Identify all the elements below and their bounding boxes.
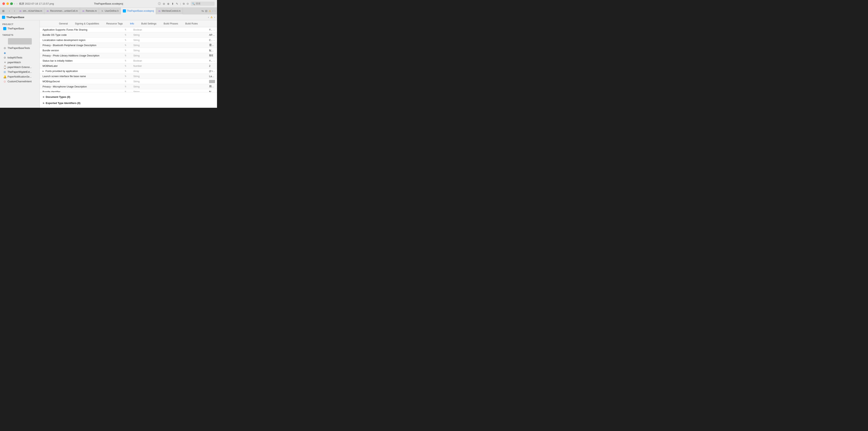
chevron-left-icon[interactable]: ‹ (212, 9, 213, 12)
tab-build-rules[interactable]: Build Rules (182, 22, 201, 26)
sidebar-item-custom-intent[interactable]: ⊙ CustomChannelIntent (1, 79, 39, 84)
sort-bundle-identifier[interactable]: ⇅ (118, 90, 133, 92)
nav-forward-small-icon[interactable]: › (214, 16, 215, 19)
minimize-button[interactable] (6, 2, 9, 5)
sidebar-toggle-icon[interactable]: ⊞ (10, 2, 12, 6)
value-bundle-version: $(CURRENT_PROJECT_VERSIC (209, 49, 215, 52)
tab-remote[interactable]: m Remote.m (80, 7, 99, 14)
doc-types-header[interactable]: ▶ Document Types (0) (43, 94, 214, 100)
diamond-icon-today: ◆ (3, 51, 6, 55)
sort-microphone[interactable]: ⇅ (118, 85, 133, 88)
table-row[interactable]: Privacy - Bluetooth Peripheral Usage Des… (40, 43, 217, 48)
target-todaykit-label: todayKitTests (7, 56, 22, 59)
search-icon: 🔍 (192, 2, 195, 5)
sort-mob-app-secret[interactable]: ⇅ (118, 80, 133, 83)
type-localization: String (133, 39, 209, 41)
value-bluetooth: 需要您的同意，才能访问蓝牙 (209, 43, 215, 47)
nav-back-small-icon[interactable]: ‹ (208, 16, 209, 19)
tab-forward-button[interactable]: › (12, 8, 17, 13)
tab-icon-m6: m (158, 9, 161, 12)
exported-types-label: Exported Type Identifiers (0) (46, 101, 81, 104)
split-right-icon[interactable]: ⊟ (205, 9, 208, 12)
table-row[interactable]: Status bar is initially hidden ⇅ Boolean… (40, 58, 217, 63)
tab-back-button[interactable]: ‹ (7, 8, 12, 13)
split-left-icon[interactable]: ⇆ (202, 9, 204, 12)
doc-types-label: Document Types (0) (46, 95, 70, 98)
value-launch-screen: Launch Screen (209, 75, 215, 78)
tab-thepaperbase-xcodeproj[interactable]: ThePaperBase.xcodeproj (121, 7, 156, 14)
sidebar-item-today[interactable]: ◆ (1, 51, 39, 55)
sort-bundle-os[interactable]: ⇅ (118, 34, 133, 36)
nav-forward-icon[interactable]: › (17, 2, 17, 5)
table-row[interactable]: Privacy - Photo Library Additions Usage … (40, 53, 217, 58)
tab-general[interactable]: General (56, 22, 71, 26)
tab-label-1: om...nUserView.m (23, 9, 42, 12)
table-row[interactable]: MOBAppSecret ⇅ String 30 (40, 79, 217, 84)
tab-userdefine[interactable]: h UserDefine.h (99, 7, 121, 14)
tab-meviewcontrol[interactable]: m MeViewControl.m (156, 7, 183, 14)
tab-label-4: UserDefine.h (105, 9, 119, 12)
table-row[interactable]: ▶ Fonts provided by application ⇅ Array … (40, 69, 217, 74)
sort-app-support[interactable]: ⇅ (118, 28, 133, 31)
table-row[interactable]: Bundle identifier ⇅ String $(PRODUCT_BUN… (40, 89, 217, 92)
zoom-out-icon[interactable]: ⊖ (163, 2, 165, 5)
dropdown-status-bar[interactable]: ⌄ (213, 59, 215, 62)
sort-bluetooth[interactable]: ⇅ (118, 44, 133, 47)
chevron-right-icon[interactable]: › (215, 9, 215, 12)
tab-info[interactable]: Info (126, 22, 138, 26)
table-row[interactable]: Application Supports iTunes File Sharing… (40, 27, 217, 32)
zoom-in-icon[interactable]: ⊕ (167, 2, 169, 5)
sidebar-item-widget-ext[interactable]: ⊞ ThePaperWigdetExt... (1, 69, 39, 74)
info-icon[interactable]: ⓘ (158, 2, 161, 6)
close-button[interactable] (2, 2, 5, 5)
sort-photo-library[interactable]: ⇅ (118, 54, 133, 57)
sort-fonts[interactable]: ⇅ (118, 70, 133, 72)
chevron-doc-types-icon: ▶ (43, 96, 44, 98)
share-icon[interactable]: ⬆ (172, 2, 174, 5)
table-row[interactable]: Localization native development region ⇅… (40, 37, 217, 43)
tab-icon-m1: m (19, 9, 22, 12)
sort-status-bar[interactable]: ⇅ (118, 59, 133, 62)
tab-signing[interactable]: Signing & Capabilities (71, 22, 103, 26)
table-row[interactable]: MOBNetLater ⇅ Number 2 (40, 63, 217, 69)
tab-recommen-umbercell[interactable]: m Recommen...umberCell.m (44, 7, 80, 14)
window-icon[interactable]: ⧉ (183, 2, 185, 5)
value-mobnet: 2 (209, 65, 215, 67)
nav-warning-icon: ⚠ (211, 16, 213, 19)
sidebar-item-paperwatch[interactable]: ⚙ paperWatch (1, 60, 39, 65)
tab-build-settings[interactable]: Build Settings (138, 22, 160, 26)
table-row[interactable]: Launch screen interface file base name ⇅… (40, 74, 217, 79)
tab-om-nuserview[interactable]: m om...nUserView.m (17, 7, 44, 14)
type-photo-library: String (133, 54, 209, 57)
tab-label-6: MeViewControl.m (162, 9, 180, 12)
expand-fonts-arrow[interactable]: ▶ (42, 70, 44, 72)
target-intent-label: CustomChannelIntent (7, 80, 32, 83)
edit-icon[interactable]: ✎ (176, 2, 178, 5)
table-row[interactable]: Privacy - Microphone Usage Description ⇅… (40, 84, 217, 89)
sort-launch-screen[interactable]: ⇅ (118, 75, 133, 78)
tab-build-phases[interactable]: Build Phases (160, 22, 182, 26)
sidebar-item-thepaperbase[interactable]: ThePaperBase (1, 26, 39, 31)
sidebar-item-paperwatch-ext[interactable]: ⌚ paperWatch Extensi... (1, 65, 39, 69)
dropdown-app-support[interactable]: ⌄ (213, 28, 215, 31)
blurred-secret (209, 80, 215, 83)
exported-types-header[interactable]: ▶ Exported Type Identifiers (0) (43, 100, 214, 106)
dropdown-localization[interactable]: ⌄ (213, 39, 215, 41)
table-row[interactable]: Bundle OS Type code ⇅ String APPL (40, 32, 217, 37)
sidebar-toggle-button[interactable]: ⊞ (1, 8, 6, 13)
tab-resource-tags[interactable]: Resource Tags (103, 22, 126, 26)
target-icon[interactable]: ⊙ (187, 2, 189, 5)
type-bundle-version: String (133, 49, 209, 52)
watch-blue-icon: ⌚ (3, 66, 6, 69)
sort-mobnet[interactable]: ⇅ (118, 65, 133, 67)
sidebar-item-todaykittests[interactable]: ⚙ todayKitTests (1, 55, 39, 60)
table-row[interactable]: Bundle version ⇅ String $(CURRENT_PROJEC… (40, 48, 217, 53)
sort-localization[interactable]: ⇅ (118, 39, 133, 41)
sidebar-item-thepaperbase-tests[interactable]: ⚙ ThePaperBaseTests (1, 46, 39, 51)
type-mobnet: Number (133, 65, 209, 67)
search-box[interactable]: 🔍 搜索 (191, 2, 215, 6)
sort-bundle-version[interactable]: ⇅ (118, 49, 133, 52)
value-mob-app-secret: 30 (209, 80, 215, 83)
sidebar-item-notification[interactable]: 🔔 PaperNotificationSe... (1, 74, 39, 79)
nav-back-icon[interactable]: ‹ (14, 2, 15, 5)
